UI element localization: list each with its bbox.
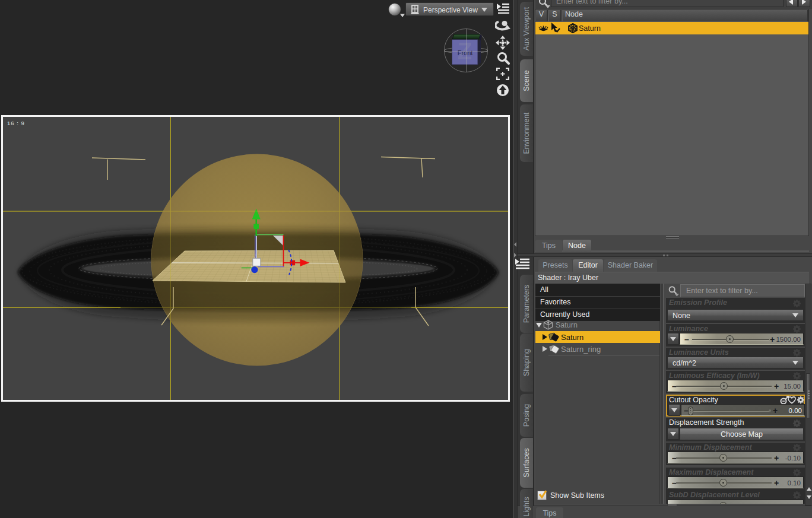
svg-text:Front: Front xyxy=(458,49,473,56)
